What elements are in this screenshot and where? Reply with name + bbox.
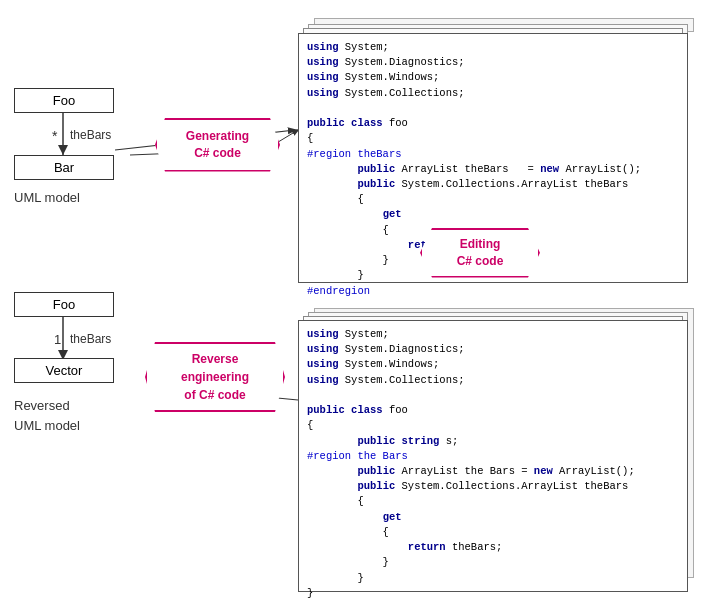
diagram-container: Foo theBars * Bar UML model GeneratingC#… bbox=[0, 0, 726, 601]
top-multiplicity: * bbox=[52, 128, 57, 144]
editing-label: EditingC# code bbox=[420, 228, 540, 278]
top-bar-box: Bar bbox=[14, 155, 114, 180]
bottom-association-label: theBars bbox=[70, 332, 111, 346]
bottom-vector-label: Vector bbox=[46, 363, 83, 378]
bottom-multiplicity: 1 bbox=[54, 332, 61, 347]
generating-label: GeneratingC# code bbox=[155, 118, 280, 172]
bottom-code-panel: using System; using System.Diagnostics; … bbox=[298, 320, 688, 592]
svg-marker-1 bbox=[58, 145, 68, 155]
bottom-vector-box: Vector bbox=[14, 358, 114, 383]
bottom-foo-label: Foo bbox=[53, 297, 75, 312]
bottom-uml-label: ReversedUML model bbox=[14, 396, 80, 435]
top-uml-label: UML model bbox=[14, 190, 80, 205]
reverse-engineering-label: Reverseengineeringof C# code bbox=[145, 342, 285, 412]
top-foo-label: Foo bbox=[53, 93, 75, 108]
top-bar-label: Bar bbox=[54, 160, 74, 175]
top-association-label: theBars bbox=[70, 128, 111, 142]
bottom-foo-box: Foo bbox=[14, 292, 114, 317]
top-foo-box: Foo bbox=[14, 88, 114, 113]
